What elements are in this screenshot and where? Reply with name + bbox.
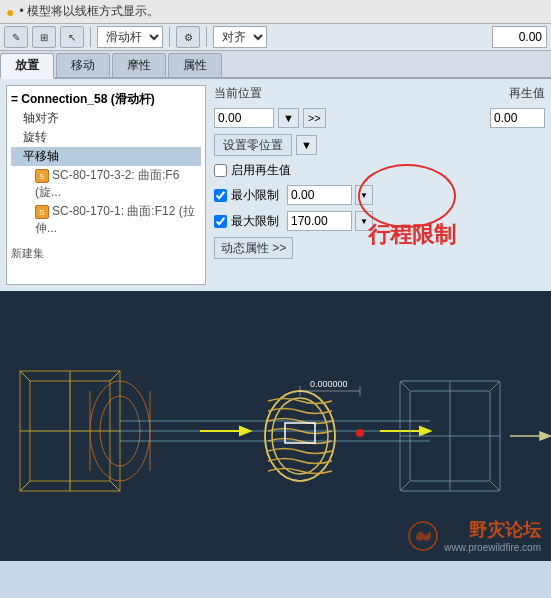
max-limit-group: ▼ — [287, 211, 373, 231]
svg-point-24 — [356, 429, 364, 437]
slider-select[interactable]: 滑动杆 — [97, 26, 163, 48]
watermark-name: 野灾论坛 — [444, 518, 541, 542]
min-limit-row: 最小限制 ▼ — [214, 185, 545, 205]
toolbar-btn-settings[interactable]: ⚙ — [176, 26, 200, 48]
tab-properties[interactable]: 属性 — [168, 53, 222, 77]
toolbar: ✎ ⊞ ↖ 滑动杆 ⚙ 对齐 — [0, 24, 551, 51]
position-value-row: ▼ >> — [214, 108, 545, 128]
enable-regen-label: 启用再生值 — [231, 162, 291, 179]
watermark-text-block: 野灾论坛 www.proewildfire.com — [444, 518, 541, 553]
tree-item-surface1[interactable]: SSC-80-170-3-2: 曲面:F6 (旋... — [11, 166, 201, 202]
min-limit-checkbox[interactable] — [214, 189, 227, 202]
toolbar-btn-cursor[interactable]: ↖ — [60, 26, 84, 48]
sep-3 — [206, 27, 207, 47]
measurement-text: 0.000000 — [310, 379, 348, 389]
max-limit-dropdown[interactable]: ▼ — [355, 211, 373, 231]
watermark-logo-svg — [408, 521, 438, 551]
right-panel: 当前位置 再生值 ▼ >> 设置零位置 ▼ 启用再生值 最小限制 — [214, 85, 545, 285]
min-limit-label: 最小限制 — [231, 187, 279, 204]
position-header-row: 当前位置 再生值 — [214, 85, 545, 102]
tab-friction[interactable]: 摩性 — [112, 53, 166, 77]
tree-header: = Connection_58 (滑动杆) — [11, 90, 201, 109]
tree-item-translation[interactable]: 平移轴 — [11, 147, 201, 166]
pos-down-btn[interactable]: ▼ — [278, 108, 299, 128]
tree-item-surface2[interactable]: SSC-80-170-1: 曲面:F12 (拉伸... — [11, 202, 201, 238]
toolbar-value-input[interactable] — [492, 26, 547, 48]
set-zero-row: 设置零位置 ▼ — [214, 134, 545, 156]
top-bar: ● • 模型将以线框方式显示。 — [0, 0, 551, 24]
viewport[interactable]: 0.000000 野灾论坛 www.proewildfire.com — [0, 291, 551, 561]
tab-move[interactable]: 移动 — [56, 53, 110, 77]
min-limit-group: ▼ — [287, 185, 373, 205]
max-limit-checkbox[interactable] — [214, 215, 227, 228]
align-select[interactable]: 对齐 — [213, 26, 267, 48]
tab-placement[interactable]: 放置 — [0, 53, 54, 79]
tree-panel: = Connection_58 (滑动杆) 轴对齐 旋转 平移轴 SSC-80-… — [6, 85, 206, 285]
watermark: 野灾论坛 www.proewildfire.com — [408, 518, 541, 553]
max-limit-input[interactable] — [287, 211, 352, 231]
bullet-icon: ● — [6, 4, 14, 20]
toolbar-btn-1[interactable]: ✎ — [4, 26, 28, 48]
new-collection[interactable]: 新建集 — [11, 246, 201, 261]
max-limit-label: 最大限制 — [231, 213, 279, 230]
current-pos-input[interactable] — [214, 108, 274, 128]
max-limit-row: 最大限制 ▼ — [214, 211, 545, 231]
regen-value-input[interactable] — [490, 108, 545, 128]
surface-icon-2: S — [35, 205, 49, 219]
regen-label: 再生值 — [509, 85, 545, 102]
toolbar-btn-2[interactable]: ⊞ — [32, 26, 56, 48]
min-limit-dropdown[interactable]: ▼ — [355, 185, 373, 205]
tree-item-rotation[interactable]: 旋转 — [11, 128, 201, 147]
tree-item-axis-align[interactable]: 轴对齐 — [11, 109, 201, 128]
set-zero-btn[interactable]: 设置零位置 — [214, 134, 292, 156]
enable-regen-row: 启用再生值 — [214, 162, 545, 179]
surface-icon-1: S — [35, 169, 49, 183]
tabs-bar: 放置 移动 摩性 属性 — [0, 51, 551, 79]
sep-2 — [169, 27, 170, 47]
watermark-url: www.proewildfire.com — [444, 542, 541, 553]
current-pos-label: 当前位置 — [214, 85, 262, 102]
dynamic-row: 动态属性 >> — [214, 237, 545, 259]
pos-forward-btn[interactable]: >> — [303, 108, 326, 128]
sep-1 — [90, 27, 91, 47]
main-panel: = Connection_58 (滑动杆) 轴对齐 旋转 平移轴 SSC-80-… — [0, 79, 551, 291]
dynamic-btn[interactable]: 动态属性 >> — [214, 237, 293, 259]
min-limit-input[interactable] — [287, 185, 352, 205]
zero-arrow-btn[interactable]: ▼ — [296, 135, 317, 155]
notice-text: • 模型将以线框方式显示。 — [19, 3, 159, 20]
enable-regen-checkbox[interactable] — [214, 164, 227, 177]
